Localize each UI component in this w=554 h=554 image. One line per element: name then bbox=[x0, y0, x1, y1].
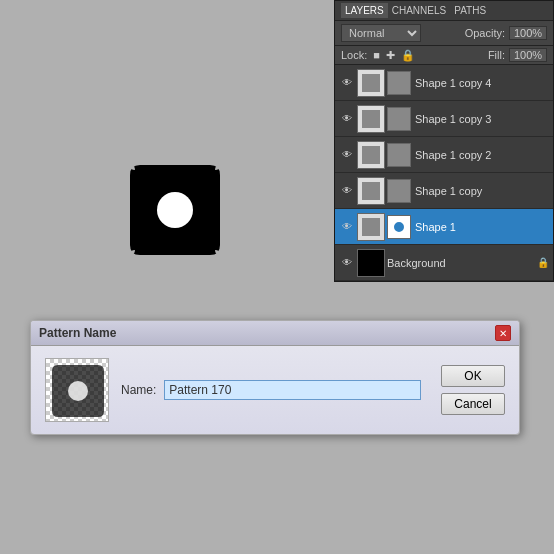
layer-thumbnail bbox=[357, 69, 385, 97]
layer-mask-thumbnail bbox=[387, 179, 411, 203]
layer-row[interactable]: 👁 Shape 1 copy 2 bbox=[335, 137, 553, 173]
opacity-input[interactable] bbox=[509, 26, 547, 40]
lock-all-icon[interactable]: 🔒 bbox=[401, 49, 415, 62]
layers-panel: LAYERS CHANNELS PATHS Normal Opacity: Lo… bbox=[334, 0, 554, 282]
pattern-name-input[interactable] bbox=[164, 380, 421, 400]
ok-button[interactable]: OK bbox=[441, 365, 505, 387]
svg-point-1 bbox=[68, 381, 88, 401]
layer-mask-thumbnail bbox=[387, 71, 411, 95]
cancel-button[interactable]: Cancel bbox=[441, 393, 505, 415]
fill-label: Fill: bbox=[488, 49, 505, 61]
lock-pixel-icon[interactable]: ■ bbox=[373, 49, 380, 61]
lock-icon: 🔒 bbox=[537, 257, 549, 268]
name-row: Name: bbox=[121, 380, 421, 400]
mask-selection-dot bbox=[392, 220, 406, 234]
name-label: Name: bbox=[121, 383, 156, 397]
layer-name: Shape 1 copy bbox=[415, 185, 549, 197]
lock-fill-row: Lock: ■ ✚ 🔒 Fill: bbox=[335, 46, 553, 65]
visibility-icon[interactable]: 👁 bbox=[339, 255, 355, 271]
layer-thumbnail bbox=[357, 105, 385, 133]
layer-mask-thumbnail bbox=[387, 107, 411, 131]
dialog-form: Name: bbox=[121, 380, 421, 400]
layer-row[interactable]: 👁 Shape 1 copy 3 bbox=[335, 101, 553, 137]
layer-name: Shape 1 copy 2 bbox=[415, 149, 549, 161]
layer-mask-thumbnail bbox=[387, 215, 411, 239]
layers-toolbar: Normal Opacity: bbox=[335, 21, 553, 46]
dialog-body: Name: OK Cancel bbox=[31, 346, 519, 434]
tab-paths[interactable]: PATHS bbox=[450, 3, 490, 18]
svg-point-0 bbox=[157, 192, 193, 228]
visibility-icon[interactable]: 👁 bbox=[339, 219, 355, 235]
layer-thumbnail bbox=[357, 177, 385, 205]
fill-input[interactable] bbox=[509, 48, 547, 62]
layer-name: Shape 1 copy 4 bbox=[415, 77, 549, 89]
tab-channels[interactable]: CHANNELS bbox=[388, 3, 450, 18]
blend-mode-select[interactable]: Normal bbox=[341, 24, 421, 42]
layer-mask-thumbnail bbox=[387, 143, 411, 167]
dialog-titlebar: Pattern Name ✕ bbox=[31, 321, 519, 346]
canvas-shape bbox=[120, 155, 230, 265]
pattern-name-dialog: Pattern Name ✕ Name: OK Cancel bbox=[30, 320, 520, 435]
lock-position-icon[interactable]: ✚ bbox=[386, 49, 395, 62]
opacity-label: Opacity: bbox=[465, 27, 505, 39]
layer-row[interactable]: 👁 Shape 1 copy 4 bbox=[335, 65, 553, 101]
tab-layers[interactable]: LAYERS bbox=[341, 3, 388, 18]
visibility-icon[interactable]: 👁 bbox=[339, 75, 355, 91]
lock-label: Lock: bbox=[341, 49, 367, 61]
layer-name: Shape 1 copy 3 bbox=[415, 113, 549, 125]
dialog-buttons: OK Cancel bbox=[441, 365, 505, 415]
layer-thumbnail bbox=[357, 141, 385, 169]
layer-name: Shape 1 bbox=[415, 221, 549, 233]
visibility-icon[interactable]: 👁 bbox=[339, 183, 355, 199]
dialog-preview bbox=[45, 358, 109, 422]
dialog-title: Pattern Name bbox=[39, 326, 116, 340]
layer-thumbnail bbox=[357, 213, 385, 241]
layer-name: Background bbox=[387, 257, 535, 269]
layer-thumbnail bbox=[357, 249, 385, 277]
layer-row-background[interactable]: 👁 Background 🔒 bbox=[335, 245, 553, 281]
dialog-close-button[interactable]: ✕ bbox=[495, 325, 511, 341]
layer-row-selected[interactable]: 👁 Shape 1 bbox=[335, 209, 553, 245]
layer-row[interactable]: 👁 Shape 1 copy bbox=[335, 173, 553, 209]
panel-tabs: LAYERS CHANNELS PATHS bbox=[335, 1, 553, 21]
visibility-icon[interactable]: 👁 bbox=[339, 111, 355, 127]
layer-list: 👁 Shape 1 copy 4 👁 Shape 1 copy 3 👁 bbox=[335, 65, 553, 281]
visibility-icon[interactable]: 👁 bbox=[339, 147, 355, 163]
